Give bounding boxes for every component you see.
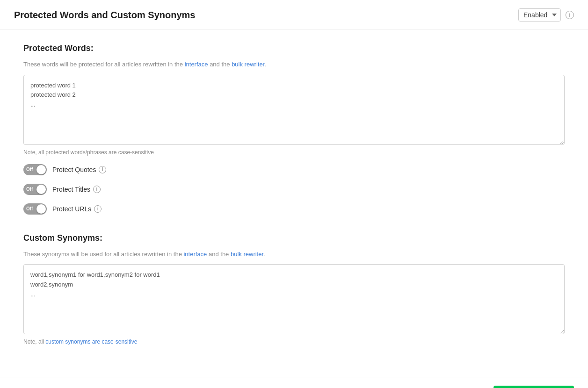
toggle-knob <box>36 185 46 194</box>
page-title: Protected Words and Custom Synonyms <box>14 10 195 21</box>
protected-words-title: Protected Words: <box>23 43 565 53</box>
custom-synonyms-title: Custom Synonyms: <box>23 233 565 243</box>
bulk-rewriter-link[interactable]: bulk rewriter <box>232 61 264 68</box>
toggle-knob <box>36 165 46 174</box>
custom-synonyms-description: These synonyms will be used for all arti… <box>23 250 565 259</box>
protect-quotes-label: Protect Quotes i <box>52 166 106 173</box>
toggle-knob <box>36 204 46 214</box>
protect-titles-label: Protect Titles i <box>52 186 101 193</box>
protected-words-textarea[interactable]: protected word 1 protected word 2 ... <box>23 75 565 145</box>
bulk-rewriter-link-2[interactable]: bulk rewriter <box>231 251 263 258</box>
custom-synonyms-textarea-wrapper: word1,synonym1 for word1,synonym2 for wo… <box>23 264 565 336</box>
toggle-off-label: Off <box>26 206 33 211</box>
protect-quotes-toggle[interactable]: Off <box>23 164 47 175</box>
status-select[interactable]: Enabled Disabled <box>518 8 561 22</box>
update-all-settings-button[interactable]: Update All Settings <box>494 386 574 388</box>
page-footer: Update All Settings <box>0 378 588 388</box>
toggles-section: Off Protect Quotes i Off Protect <box>23 164 565 215</box>
protect-titles-row: Off Protect Titles i <box>23 184 565 195</box>
protect-titles-toggle[interactable]: Off <box>23 184 47 195</box>
toggle-off-label: Off <box>26 187 33 192</box>
header-controls: Enabled Disabled i <box>518 8 574 22</box>
header-info-icon[interactable]: i <box>566 11 574 19</box>
custom-synonyms-note: Note, all custom synonyms are case-sensi… <box>23 338 565 345</box>
protect-urls-info-icon[interactable]: i <box>94 205 102 213</box>
protect-urls-row: Off Protect URLs i <box>23 203 565 215</box>
interface-link-2[interactable]: interface <box>183 251 207 258</box>
custom-synonyms-textarea[interactable]: word1,synonym1 for word1,synonym2 for wo… <box>23 264 565 334</box>
page-header: Protected Words and Custom Synonyms Enab… <box>0 0 588 29</box>
protected-words-note: Note, all protected words/phrases are ca… <box>23 149 565 156</box>
custom-synonyms-section: Custom Synonyms: These synonyms will be … <box>23 233 565 345</box>
protect-quotes-info-icon[interactable]: i <box>99 166 106 173</box>
protected-words-section: Protected Words: These words will be pro… <box>23 43 565 215</box>
protect-urls-toggle[interactable]: Off <box>23 203 47 215</box>
note-highlight: custom synonyms are case-sensitive <box>45 338 137 345</box>
protect-quotes-row: Off Protect Quotes i <box>23 164 565 175</box>
protected-words-textarea-wrapper: protected word 1 protected word 2 ... <box>23 75 565 146</box>
protect-urls-label: Protect URLs i <box>52 205 102 213</box>
protected-words-description: These words will be protected for all ar… <box>23 60 565 69</box>
protect-titles-info-icon[interactable]: i <box>93 186 101 193</box>
toggle-off-label: Off <box>26 167 33 172</box>
page-content: Protected Words: These words will be pro… <box>0 29 588 378</box>
interface-link[interactable]: interface <box>185 61 208 68</box>
